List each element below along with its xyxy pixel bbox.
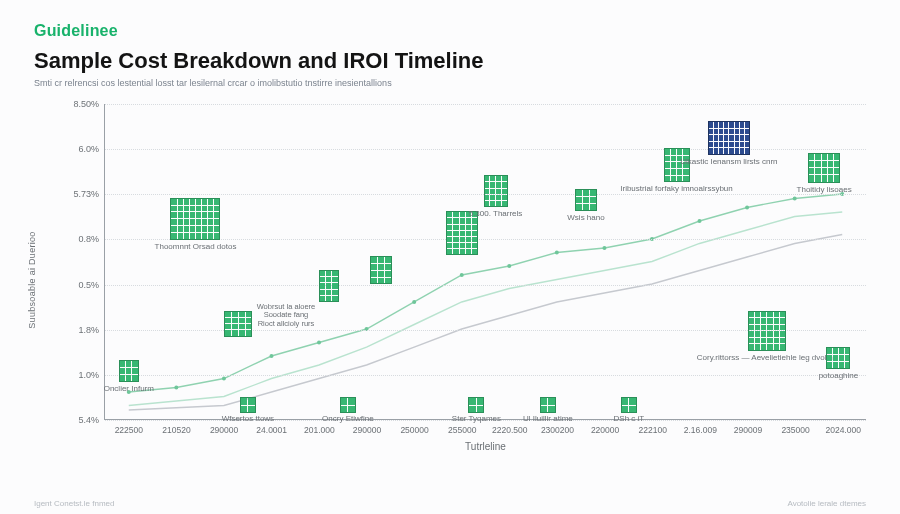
solar-panel-icon	[749, 312, 785, 350]
x-tick: 222100	[639, 425, 667, 435]
y-tick: 1.0%	[78, 370, 99, 380]
footer-credit-right: Avotolie lerale dtemes	[787, 499, 866, 508]
data-point	[745, 205, 749, 209]
x-tick: 255000	[448, 425, 476, 435]
x-tick: 24.0001	[256, 425, 287, 435]
solar-panel-icon	[447, 212, 477, 254]
gridline-h	[105, 239, 866, 240]
x-tick: 290009	[734, 425, 762, 435]
x-tick: 2024.000	[825, 425, 860, 435]
solar-panel-icon	[171, 199, 219, 239]
page-subtitle: Smti cr relrencsi cos lestential losst t…	[34, 78, 866, 88]
data-point	[412, 300, 416, 304]
baseline-marker-icon	[341, 398, 355, 412]
page-title: Sample Cost Breakdown and IROI Timeline	[34, 48, 866, 74]
data-point	[793, 197, 797, 201]
solar-panel-icon	[225, 312, 251, 336]
y-tick: 6.0%	[78, 144, 99, 154]
y-tick: 1.8%	[78, 325, 99, 335]
chart-lines	[105, 104, 866, 419]
x-tick: 2220.500	[492, 425, 527, 435]
x-tick: 201.000	[304, 425, 335, 435]
footer-credit-left: Igent Conetst.le fnmed	[34, 499, 115, 508]
chart-container: Suubsoable ai Duerioo Tutrleline 5.4%1.0…	[74, 104, 866, 456]
data-point	[317, 341, 321, 345]
data-point	[460, 273, 464, 277]
data-point	[174, 386, 178, 390]
x-tick: 2.16.009	[684, 425, 717, 435]
y-axis-label: Suubsoable ai Duerioo	[27, 231, 37, 328]
x-tick: 222500	[115, 425, 143, 435]
x-tick: 290000	[210, 425, 238, 435]
mid-annotation: Wobrsut la aloereSoodate fangRioct allci…	[257, 303, 316, 329]
page-root: Guidelinee Sample Cost Breakdown and IRO…	[0, 0, 900, 514]
panel-label: Cory.rittorss — Aevelietiehle leg dvolin…	[697, 353, 837, 362]
gridline-h	[105, 104, 866, 105]
panel-label: Onclier Infurm	[104, 384, 154, 393]
y-tick: 5.73%	[73, 189, 99, 199]
solar-panel-icon	[320, 271, 338, 301]
solar-panel-icon	[576, 190, 596, 210]
y-tick: 0.8%	[78, 234, 99, 244]
panel-label: Ulkastic Ienansm lirsts cnrn	[680, 157, 777, 166]
data-point	[602, 246, 606, 250]
brand-label: Guidelinee	[34, 22, 866, 40]
x-tick: 250000	[400, 425, 428, 435]
panel-label: Iribustrial forfaky imnoalrssybun	[620, 184, 732, 193]
data-point	[555, 251, 559, 255]
baseline-label: Ster Tyqames	[452, 414, 501, 423]
solar-panel-icon	[120, 361, 138, 381]
solar-panel-icon	[485, 176, 507, 206]
baseline-marker-icon	[241, 398, 255, 412]
panel-label: Wsis hano	[567, 213, 604, 222]
x-tick: 2300200	[541, 425, 574, 435]
x-tick: 220000	[591, 425, 619, 435]
baseline-label: Oncry Etiwfine	[322, 414, 374, 423]
baseline-label: Ul Iluillir atime	[523, 414, 573, 423]
baseline-label: DSh c iT	[614, 414, 645, 423]
x-tick: 290000	[353, 425, 381, 435]
data-point	[269, 354, 273, 358]
gridline-h	[105, 285, 866, 286]
x-axis-label: Tutrleline	[465, 441, 506, 452]
y-tick: 5.4%	[78, 415, 99, 425]
plot-area: Tutrleline 5.4%1.0%1.8%0.5%0.8%5.73%6.0%…	[104, 104, 866, 420]
x-tick: 210520	[162, 425, 190, 435]
baseline-marker-icon	[469, 398, 483, 412]
series-roi-a	[129, 194, 842, 392]
panel-label: Thoitidy lisoaes	[797, 185, 852, 194]
panel-label: potoaghine	[819, 371, 859, 380]
gridline-h	[105, 375, 866, 376]
baseline-marker-icon	[622, 398, 636, 412]
solar-panel-icon	[371, 257, 391, 283]
gridline-h	[105, 149, 866, 150]
panel-label: 5.300. Tharrels	[469, 209, 523, 218]
x-tick: 235000	[781, 425, 809, 435]
solar-panel-icon	[709, 122, 749, 154]
data-point	[507, 264, 511, 268]
baseline-label: Wfsertos ttows	[222, 414, 274, 423]
data-point	[222, 377, 226, 381]
solar-panel-icon	[827, 348, 849, 368]
panel-label: Thoomnnt Orsad dotos	[155, 242, 237, 251]
y-tick: 8.50%	[73, 99, 99, 109]
y-tick: 0.5%	[78, 280, 99, 290]
solar-panel-icon	[809, 154, 839, 182]
data-point	[698, 219, 702, 223]
baseline-marker-icon	[541, 398, 555, 412]
